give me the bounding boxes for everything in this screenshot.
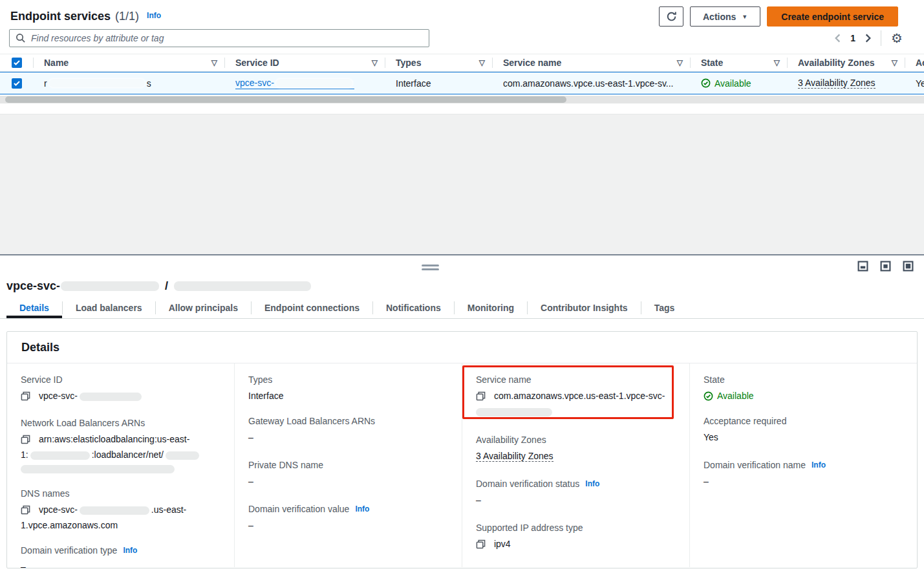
next-page-icon[interactable] (865, 34, 871, 43)
column-header-state[interactable]: State ▽ (691, 54, 788, 71)
sort-icon[interactable]: ▽ (892, 58, 897, 67)
create-endpoint-service-button[interactable]: Create endpoint service (767, 6, 898, 27)
pagination: 1 ⚙ (835, 30, 903, 46)
copy-icon[interactable] (21, 393, 33, 403)
field-label: Network Load Balancers ARNs (21, 418, 220, 428)
tab-contributor-insights[interactable]: Contributor Insights (528, 297, 641, 318)
info-link[interactable]: Info (147, 11, 161, 20)
field-label: Supported IP address type (476, 523, 675, 533)
tab-details[interactable]: Details (6, 297, 62, 318)
horizontal-scrollbar[interactable] (0, 96, 924, 103)
field-availability-zones: Availability Zones 3 Availability Zones (476, 435, 675, 463)
tab-notifications[interactable]: Notifications (373, 297, 454, 318)
previous-page-icon[interactable] (835, 34, 841, 43)
supported-ip-value: ipv4 (494, 539, 511, 549)
redacted-value (21, 465, 175, 473)
service-name-text: com.amazonaws.vpce.us-east-1.vpce-sv... (503, 78, 674, 89)
status-badge: Available (701, 78, 751, 89)
panel-maximize-icon[interactable] (903, 261, 914, 272)
tab-tags[interactable]: Tags (641, 297, 688, 318)
select-all-checkbox[interactable] (12, 58, 22, 68)
page-background (0, 114, 924, 254)
details-column-3: Service name com.amazonaws.vpce.us-east-… (462, 363, 689, 567)
panel-position-side-icon[interactable] (880, 261, 891, 272)
page-number[interactable]: 1 (850, 33, 855, 43)
field-value: vpce-svc-.us-east- 1.vpce.amazonaws.com (21, 503, 220, 532)
copy-icon[interactable] (476, 541, 488, 551)
field-label: State (704, 374, 903, 385)
field-private-dns-name: Private DNS name – (248, 460, 447, 488)
field-label: DNS names (21, 488, 220, 499)
cell-acceptance: Yes (905, 72, 924, 94)
field-domain-verification-type: Domain verification typeInfo – (21, 545, 220, 573)
column-header-service-name[interactable]: Service name ▽ (493, 54, 691, 71)
panel-title-separator: / (165, 279, 168, 293)
copy-icon[interactable] (21, 506, 33, 517)
table-row[interactable]: r s vpce-svc- Interface com.amazonaws.vp… (0, 72, 924, 94)
row-checkbox[interactable] (12, 78, 22, 89)
field-label: Domain verification status (476, 479, 579, 489)
info-link[interactable]: Info (585, 479, 599, 488)
dns-line1: vpce-svc- (39, 504, 78, 515)
state-value: Available (717, 389, 754, 403)
sort-icon[interactable]: ▽ (211, 58, 217, 67)
select-all-header-cell (0, 54, 34, 71)
sort-icon[interactable]: ▽ (372, 58, 378, 67)
create-button-label: Create endpoint service (781, 12, 884, 22)
redacted-value (166, 451, 199, 460)
availability-zones-link[interactable]: 3 Availability Zones (476, 451, 553, 462)
field-state: State Available (704, 374, 903, 403)
status-check-icon (704, 391, 713, 401)
status-badge: Available (704, 389, 903, 403)
field-value: Interface (248, 389, 447, 403)
refresh-icon (666, 11, 677, 22)
service-id-link[interactable]: vpce-svc- (235, 78, 354, 89)
settings-gear-icon[interactable]: ⚙ (891, 32, 903, 45)
field-supported-ip: Supported IP address type ipv4 (476, 523, 675, 553)
availability-zones-link[interactable]: 3 Availability Zones (798, 78, 876, 89)
actions-button-label: Actions (703, 12, 736, 22)
field-value: – (21, 560, 220, 573)
panel-position-bottom-icon[interactable] (857, 261, 868, 272)
column-header-availability-zones[interactable]: Availability Zones ▽ (788, 54, 905, 71)
details-column-2: Types Interface Gateway Load Balancers A… (234, 363, 462, 567)
info-link[interactable]: Info (123, 546, 137, 555)
panel-title: vpce-svc- / (0, 277, 924, 294)
cell-types: Interface (385, 72, 493, 94)
field-value: – (248, 475, 447, 488)
copy-icon[interactable] (21, 436, 33, 446)
redacted-service-id (276, 79, 352, 87)
split-panel-bar (0, 255, 924, 277)
refresh-button[interactable] (659, 6, 683, 27)
copy-icon[interactable] (476, 393, 488, 403)
search-box[interactable] (9, 29, 429, 47)
column-header-types[interactable]: Types ▽ (385, 54, 493, 71)
table-toolbar: 1 ⚙ (0, 27, 924, 47)
sort-icon[interactable]: ▽ (774, 58, 780, 67)
details-card-body: Service ID vpce-svc- Network Load Balanc… (7, 363, 917, 567)
scrollbar-thumb[interactable] (5, 96, 566, 103)
column-label: Name (44, 58, 69, 68)
sort-icon[interactable]: ▽ (479, 58, 485, 67)
tab-monitoring[interactable]: Monitoring (455, 297, 527, 318)
column-header-acceptance[interactable]: Acceptance required (905, 54, 924, 71)
actions-button[interactable]: Actions ▼ (690, 6, 760, 27)
cell-availability-zones: 3 Availability Zones (788, 72, 905, 94)
sort-icon[interactable]: ▽ (677, 58, 683, 67)
tab-endpoint-connections[interactable]: Endpoint connections (252, 297, 372, 318)
info-link[interactable]: Info (355, 504, 369, 514)
tab-load-balancers[interactable]: Load balancers (63, 297, 155, 318)
panel-drag-handle[interactable] (422, 265, 439, 272)
column-header-service-id[interactable]: Service ID ▽ (225, 54, 385, 71)
cell-name: r s (34, 72, 225, 94)
tab-allow-principals[interactable]: Allow principals (156, 297, 251, 318)
page-title: Endpoint services (10, 10, 111, 23)
field-label: Service ID (21, 374, 220, 385)
column-header-name[interactable]: Name ▽ (34, 54, 225, 71)
name-text: s (147, 78, 151, 89)
field-label: Gateway Load Balancers ARNs (248, 416, 447, 426)
info-link[interactable]: Info (811, 460, 826, 470)
search-input[interactable] (30, 32, 423, 44)
column-label: Availability Zones (798, 58, 875, 68)
service-id-value: vpce-svc- (39, 391, 78, 401)
